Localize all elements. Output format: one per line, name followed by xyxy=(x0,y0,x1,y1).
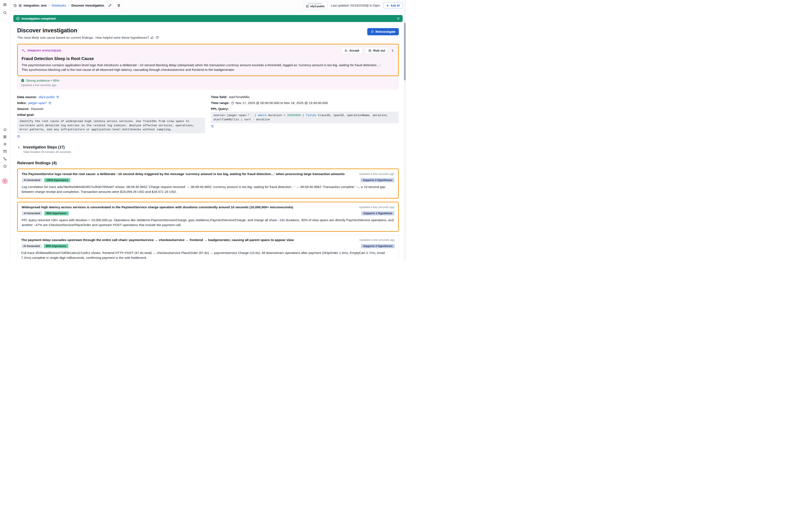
finding-title: The PaymentService logs reveal the root … xyxy=(22,172,354,176)
copy-icon[interactable] xyxy=(48,101,51,105)
star-icon xyxy=(344,49,347,52)
home-icon[interactable] xyxy=(3,128,7,131)
breadcrumb-current-page: Discover investigation xyxy=(71,4,104,7)
index-link[interactable]: jaeger-span* xyxy=(28,101,47,105)
sparkle-icon xyxy=(386,4,389,7)
delete-icon[interactable] xyxy=(115,2,122,9)
data-source-chip[interactable]: DATA SOURCE olly3-public xyxy=(303,2,328,9)
relevant-findings-heading: Relevant findings (4) xyxy=(17,161,399,165)
chevron-right-icon[interactable] xyxy=(17,146,21,149)
page-scroll-area[interactable]: Investigation completed Discover investi… xyxy=(10,11,406,260)
banner-message: Investigation completed xyxy=(22,17,56,20)
last-updated-text: Last updated: 03/18/2026@ 6:15pm xyxy=(331,4,380,7)
copy-icon[interactable] xyxy=(17,135,20,138)
breadcrumb-separator: / xyxy=(49,4,49,7)
time-range-label: Time range: xyxy=(211,101,230,105)
investigation-steps-heading: Investigation Steps (17) xyxy=(23,145,71,150)
breadcrumb-notebooks-link[interactable]: Notebooks xyxy=(52,4,66,7)
menu-icon[interactable] xyxy=(3,3,7,6)
breadcrumb-project[interactable]: integration_test xyxy=(23,4,47,7)
database-icon xyxy=(306,5,309,8)
primary-hypothesis-tag: PRIMARY HYPOTHESIS xyxy=(27,49,61,52)
breadcrumb-separator: / xyxy=(68,4,69,7)
flows-icon[interactable] xyxy=(3,157,7,161)
finding-card: The PaymentService logs reveal the root … xyxy=(17,168,399,199)
data-source-chip-label: DATA SOURCE xyxy=(308,3,322,5)
rule-out-label: Rule out xyxy=(373,49,385,52)
ai-generated-badge: AI Generated xyxy=(21,244,42,248)
chevron-right-icon[interactable] xyxy=(391,49,394,52)
initial-goal-label: Initial goal: xyxy=(17,113,35,117)
datasets-icon[interactable] xyxy=(3,150,7,153)
circle-x-icon xyxy=(368,49,371,52)
finding-updated: Updated a few seconds ago xyxy=(359,206,394,209)
investigation-steps-duration: Total Duration (6 minutes 45 seconds) xyxy=(23,150,71,154)
importance-badge: 100% Importance xyxy=(44,178,70,182)
investigation-completed-banner: Investigation completed xyxy=(13,15,403,22)
importance-badge: 95% Importance xyxy=(44,211,69,216)
ppl-query-label: PPL Query: xyxy=(211,107,229,111)
accept-label: Accept xyxy=(349,49,359,52)
search-icon[interactable] xyxy=(3,11,7,15)
source-label: Source: xyxy=(17,107,29,111)
data-source-link[interactable]: olly3-public xyxy=(39,95,55,99)
index-label: Index: xyxy=(17,101,27,105)
user-avatar[interactable]: t xyxy=(2,178,8,184)
ai-generated-badge: AI Generated xyxy=(22,178,42,182)
accept-button[interactable]: Accept xyxy=(341,47,363,54)
apps-icon[interactable] xyxy=(3,135,6,138)
edit-icon[interactable] xyxy=(107,2,113,9)
evidence-strength: Strong evidence • 95% xyxy=(26,78,59,83)
initial-goal-code: Identify the root cause of widespread hi… xyxy=(17,118,205,133)
ai-generated-badge: AI Generated xyxy=(22,211,42,216)
primary-hypothesis-region: PRIMARY HYPOTHESIS Accept xyxy=(17,44,399,90)
finding-title: The payment delay cascades upstream thro… xyxy=(21,238,355,242)
details-left-column: Data source: olly3-public Index: jaeger-… xyxy=(17,95,205,139)
finding-updated: Updated a few seconds ago xyxy=(359,238,395,242)
settings-icon[interactable] xyxy=(3,142,7,146)
clock-icon xyxy=(231,101,234,105)
recent-icon[interactable] xyxy=(3,164,7,168)
evidence-section: Strong evidence • 95% Updated a few seco… xyxy=(17,76,399,90)
evidence-check-icon xyxy=(21,79,24,82)
finding-card: The payment delay cascades upstream thro… xyxy=(17,235,399,260)
sidebar-nav-group xyxy=(0,128,10,168)
finding-body: Log correlation for trace ada7bb45e94b04… xyxy=(22,184,394,194)
app-root: t integration_test / Notebooks / Discove… xyxy=(0,0,406,260)
reinvestigate-button[interactable]: Reinvestigate xyxy=(367,28,399,35)
supports-hypotheses-badge: Supports 1 Hypothesis xyxy=(361,211,394,216)
finding-card: Widespread high latency across services … xyxy=(17,202,399,232)
thumbs-up-icon[interactable] xyxy=(150,36,154,39)
finding-updated: Updated a few seconds ago xyxy=(359,172,394,176)
ask-ai-label: Ask AI xyxy=(390,4,400,7)
copy-icon[interactable] xyxy=(56,95,59,98)
investigation-steps-toggle[interactable]: Investigation Steps (17) Total Duration … xyxy=(17,145,399,154)
hypothesis-body: The paymentservice contains application-… xyxy=(22,63,388,72)
banner-close-icon[interactable] xyxy=(397,17,400,20)
ai-sparkles-icon xyxy=(22,49,26,53)
workspace-grid-icon[interactable] xyxy=(19,4,22,7)
scrollbar-thumb[interactable] xyxy=(404,23,406,81)
primary-hypothesis-card: PRIMARY HYPOTHESIS Accept xyxy=(17,44,399,76)
evidence-updated: Updated a few seconds ago xyxy=(21,84,395,87)
data-source-chip-value: olly3-public xyxy=(310,5,325,8)
rule-out-button[interactable]: Rule out xyxy=(365,47,388,54)
page-title: Discover investigation xyxy=(17,27,159,34)
time-field-value: startTimeMillis xyxy=(229,95,250,99)
ppl-query-code: source=`jaeger-span-*` | where duration … xyxy=(211,112,399,123)
data-source-label: Data source: xyxy=(17,95,37,99)
top-bar: integration_test / Notebooks / Discover … xyxy=(10,0,406,11)
history-icon[interactable] xyxy=(13,4,17,7)
copy-icon[interactable] xyxy=(211,125,214,128)
refresh-icon xyxy=(371,30,374,33)
supports-hypotheses-badge: Supports 2 Hypotheses xyxy=(361,178,394,182)
hypothesis-title: Fraud Detection Sleep is Root Cause xyxy=(22,56,394,61)
feedback-prompt: How helpful were these hypotheses? xyxy=(95,36,149,40)
ask-ai-button[interactable]: Ask AI xyxy=(383,2,403,9)
reinvestigate-label: Reinvestigate xyxy=(376,30,396,33)
finding-body: PPL query returned 100+ spans with durat… xyxy=(22,218,394,227)
investigation-details: Data source: olly3-public Index: jaeger-… xyxy=(17,95,399,139)
thumbs-down-icon[interactable] xyxy=(155,36,159,39)
main-column: integration_test / Notebooks / Discover … xyxy=(10,0,406,260)
page-subtitle: The most likely root cause based on curr… xyxy=(17,36,94,40)
